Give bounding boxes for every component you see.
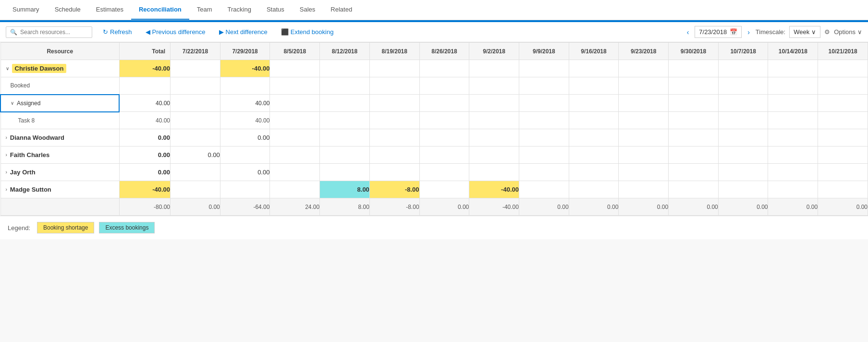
header-date-10: 9/30/2018 bbox=[669, 43, 719, 60]
expand-icon-assigned[interactable]: ∨ bbox=[11, 100, 14, 106]
totals-label-cell bbox=[0, 198, 119, 216]
header-date-11: 10/7/2018 bbox=[718, 43, 768, 60]
prev-diff-button[interactable]: ◀ Previous difference bbox=[143, 26, 208, 37]
toolbar: 🔍 ↻ Refresh ◀ Previous difference ▶ Next… bbox=[0, 22, 868, 42]
total-4: 8.00 bbox=[320, 198, 370, 216]
cell-christie-1: -40.00 bbox=[220, 60, 270, 77]
resource-cell-faith: › Faith Charles bbox=[0, 147, 119, 164]
header-date-3: 8/12/2018 bbox=[320, 43, 370, 60]
cell-task8-1: 40.00 bbox=[220, 112, 270, 129]
cell-booked-total bbox=[119, 77, 170, 95]
cell-christie-12 bbox=[768, 60, 818, 77]
extend-booking-button[interactable]: ⬛ Extend booking bbox=[278, 26, 337, 37]
cell-christie-10 bbox=[669, 60, 719, 77]
totals-row: -80.00 0.00 -64.00 24.00 8.00 -8.00 0.00… bbox=[0, 198, 868, 216]
booked-label: Booked bbox=[11, 82, 30, 89]
date-next-arrow[interactable]: › bbox=[746, 26, 752, 38]
grid-container: Resource Total 7/22/2018 7/29/2018 8/5/2… bbox=[0, 42, 868, 216]
tab-team[interactable]: Team bbox=[189, 0, 220, 20]
prev-icon: ◀ bbox=[146, 28, 150, 36]
header-total: Total bbox=[119, 43, 170, 60]
cell-christie-13 bbox=[818, 60, 868, 77]
resource-cell-booked: Booked bbox=[0, 77, 119, 95]
options-chevron-icon: ∨ bbox=[857, 28, 862, 36]
expand-icon-faith[interactable]: › bbox=[6, 152, 7, 158]
refresh-button[interactable]: ↻ Refresh bbox=[100, 26, 135, 37]
tab-summary[interactable]: Summary bbox=[5, 0, 47, 20]
table-row: › Jay Orth 0.00 0.00 bbox=[0, 164, 868, 181]
cell-madge-total: -40.00 bbox=[119, 181, 170, 198]
total-6: 0.00 bbox=[419, 198, 469, 216]
total-2: -64.00 bbox=[220, 198, 270, 216]
resource-name-madge: Madge Sutton bbox=[10, 186, 51, 193]
resource-cell-madge: › Madge Sutton bbox=[0, 181, 119, 198]
cell-dianna-total: 0.00 bbox=[119, 129, 170, 147]
total-0: -80.00 bbox=[119, 198, 170, 216]
search-icon: 🔍 bbox=[10, 29, 17, 36]
legend-booking-shortage: Booking shortage bbox=[37, 222, 94, 233]
resource-cell-christie: ∨ Christie Dawson bbox=[0, 60, 119, 77]
calendar-icon: 📅 bbox=[730, 28, 737, 36]
total-5: -8.00 bbox=[369, 198, 419, 216]
header-date-6: 9/2/2018 bbox=[469, 43, 519, 60]
timescale-select[interactable]: Week ∨ bbox=[789, 26, 820, 38]
total-12: 0.00 bbox=[718, 198, 768, 216]
cell-dianna-1: 0.00 bbox=[220, 129, 270, 147]
resource-cell-task8: Task 8 bbox=[0, 112, 119, 129]
cell-christie-7 bbox=[519, 60, 569, 77]
table-row: ∨ Christie Dawson -40.00 -40.00 bbox=[0, 60, 868, 77]
resource-name-jay: Jay Orth bbox=[10, 169, 36, 176]
header-date-13: 10/21/2018 bbox=[818, 43, 868, 60]
total-1: 0.00 bbox=[171, 198, 220, 216]
header-date-5: 8/26/2018 bbox=[419, 43, 469, 60]
header-date-9: 9/23/2018 bbox=[619, 43, 669, 60]
total-8: 0.00 bbox=[519, 198, 569, 216]
header-date-0: 7/22/2018 bbox=[171, 43, 220, 60]
resource-name-dianna: Dianna Woodward bbox=[10, 134, 64, 141]
tab-tracking[interactable]: Tracking bbox=[220, 0, 259, 20]
extend-icon: ⬛ bbox=[281, 28, 289, 36]
grid-table: Resource Total 7/22/2018 7/29/2018 8/5/2… bbox=[0, 42, 868, 216]
options-button[interactable]: Options ∨ bbox=[834, 28, 862, 36]
table-row: Booked bbox=[0, 77, 868, 95]
tab-schedule[interactable]: Schedule bbox=[47, 0, 88, 20]
next-diff-button[interactable]: ▶ Next difference bbox=[216, 26, 270, 37]
table-row: Task 8 40.00 40.00 bbox=[0, 112, 868, 129]
cell-christie-total: -40.00 bbox=[119, 60, 170, 77]
resource-name-christie: Christie Dawson bbox=[12, 64, 67, 73]
header-date-8: 9/16/2018 bbox=[569, 43, 619, 60]
total-11: 0.00 bbox=[669, 198, 719, 216]
total-14: 0.00 bbox=[818, 198, 868, 216]
expand-icon-dianna[interactable]: › bbox=[6, 135, 7, 140]
cell-christie-3 bbox=[320, 60, 370, 77]
expand-icon-madge[interactable]: › bbox=[6, 187, 7, 192]
expand-icon-jay[interactable]: › bbox=[6, 170, 7, 175]
cell-christie-5 bbox=[419, 60, 469, 77]
table-row: › Dianna Woodward 0.00 0.00 bbox=[0, 129, 868, 147]
search-box[interactable]: 🔍 bbox=[6, 26, 92, 38]
header-date-1: 7/29/2018 bbox=[220, 43, 270, 60]
tab-reconciliation[interactable]: Reconciliation bbox=[131, 0, 189, 20]
tab-estimates[interactable]: Estimates bbox=[88, 0, 131, 20]
cell-christie-8 bbox=[569, 60, 619, 77]
cell-jay-1: 0.00 bbox=[220, 164, 270, 181]
header-row: Resource Total 7/22/2018 7/29/2018 8/5/2… bbox=[0, 43, 868, 60]
search-input[interactable] bbox=[20, 29, 88, 36]
date-box[interactable]: 7/23/2018 📅 bbox=[695, 26, 742, 38]
header-resource: Resource bbox=[0, 43, 119, 60]
table-row: › Madge Sutton -40.00 8.00 -8.00 -40.00 bbox=[0, 181, 868, 198]
date-prev-arrow[interactable]: ‹ bbox=[685, 26, 691, 38]
header-date-2: 8/5/2018 bbox=[270, 43, 320, 60]
cell-christie-4 bbox=[369, 60, 419, 77]
resource-cell-assigned: ∨ Assigned bbox=[0, 95, 119, 112]
table-row: › Faith Charles 0.00 0.00 bbox=[0, 147, 868, 164]
cell-faith-0: 0.00 bbox=[171, 147, 220, 164]
tab-sales[interactable]: Sales bbox=[292, 0, 323, 20]
expand-icon-christie[interactable]: ∨ bbox=[6, 66, 9, 71]
cell-assigned-1: 40.00 bbox=[220, 95, 270, 112]
table-row: ∨ Assigned 40.00 40.00 bbox=[0, 95, 868, 112]
total-13: 0.00 bbox=[768, 198, 818, 216]
legend-label: Legend: bbox=[8, 224, 30, 232]
tab-status[interactable]: Status bbox=[259, 0, 292, 20]
tab-related[interactable]: Related bbox=[323, 0, 360, 20]
